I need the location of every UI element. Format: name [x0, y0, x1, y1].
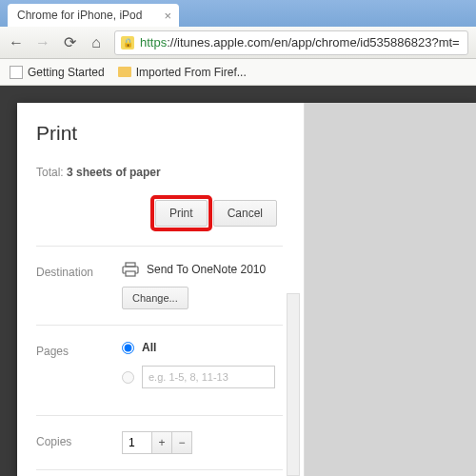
copies-input[interactable]	[122, 431, 152, 454]
bookmark-label: Getting Started	[28, 66, 105, 79]
copies-decrement-button[interactable]: −	[171, 431, 192, 454]
bookmark-imported[interactable]: Imported From Firef...	[118, 66, 247, 79]
url-rest: ://itunes.apple.com/en/app/chrome/id5358…	[167, 35, 460, 50]
reload-icon[interactable]: ⟳	[61, 33, 78, 51]
action-buttons: Print Cancel	[36, 200, 304, 227]
back-icon[interactable]: ←	[8, 34, 25, 51]
print-title: Print	[36, 122, 304, 145]
copies-row: Copies + −	[36, 416, 304, 469]
lock-icon: 🔒	[121, 36, 134, 50]
pages-row: Pages All	[36, 326, 304, 415]
print-total: Total: 3 sheets of paper	[36, 166, 304, 179]
svg-rect-2	[126, 271, 135, 276]
page-icon	[10, 66, 23, 79]
printer-icon	[122, 262, 139, 277]
pages-label: Pages	[36, 341, 122, 400]
bookmark-getting-started[interactable]: Getting Started	[10, 66, 105, 79]
destination-label: Destination	[36, 262, 122, 309]
copies-increment-button[interactable]: +	[151, 431, 172, 454]
browser-toolbar: ← → ⟳ ⌂ 🔒 https://itunes.apple.com/en/ap…	[0, 27, 476, 59]
pages-all-label: All	[142, 341, 156, 354]
total-prefix: Total:	[36, 166, 67, 179]
print-button-highlight: Print	[155, 200, 208, 227]
folder-icon	[118, 67, 131, 77]
tab-bar: Chrome for iPhone, iPod ×	[0, 0, 476, 27]
print-preview-pane	[305, 103, 476, 476]
change-destination-button[interactable]: Change...	[122, 287, 188, 309]
vertical-scrollbar[interactable]	[287, 293, 300, 476]
pages-range-option[interactable]	[122, 366, 283, 388]
destination-value-line: Send To OneNote 2010	[122, 262, 283, 277]
cancel-button[interactable]: Cancel	[213, 200, 277, 227]
print-button[interactable]: Print	[155, 200, 208, 227]
pages-range-radio[interactable]	[122, 371, 134, 384]
forward-icon: →	[34, 34, 51, 51]
print-settings-panel: Print Total: 3 sheets of paper Print Can…	[17, 103, 305, 476]
svg-rect-0	[126, 263, 135, 267]
destination-value: Send To OneNote 2010	[147, 263, 266, 276]
pages-range-input[interactable]	[142, 366, 275, 388]
content-area: Print Total: 3 sheets of paper Print Can…	[0, 86, 476, 476]
pages-all-option[interactable]: All	[122, 341, 283, 354]
pages-all-radio[interactable]	[122, 342, 134, 354]
tab-title: Chrome for iPhone, iPod	[17, 9, 142, 22]
layout-row: Layout Portrait Landscape	[36, 470, 304, 476]
print-dialog: Print Total: 3 sheets of paper Print Can…	[17, 103, 476, 476]
url-bar[interactable]: 🔒 https://itunes.apple.com/en/app/chrome…	[114, 30, 468, 55]
browser-tab[interactable]: Chrome for iPhone, iPod ×	[8, 4, 179, 27]
bookmark-bar: Getting Started Imported From Firef...	[0, 59, 476, 86]
home-icon[interactable]: ⌂	[88, 34, 105, 51]
url-scheme: https	[140, 35, 167, 50]
bookmark-label: Imported From Firef...	[136, 66, 247, 79]
copies-label: Copies	[36, 431, 122, 454]
destination-row: Destination Send To OneNote 2010 Change.…	[36, 247, 304, 325]
total-value: 3 sheets of paper	[67, 166, 161, 179]
tab-close-icon[interactable]: ×	[164, 9, 171, 23]
